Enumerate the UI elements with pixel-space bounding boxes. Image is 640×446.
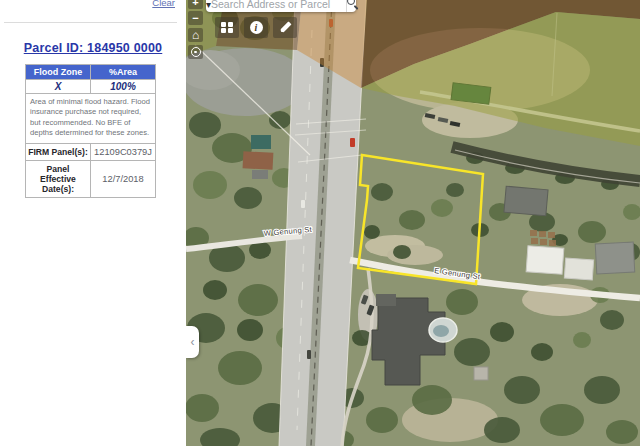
firm-panel-value: 12109C0379J [91,143,156,160]
aerial-imagery: W Genung St E Genung St [186,0,640,446]
map-canvas[interactable]: W Genung St E Genung St ▾ i [186,0,640,446]
panel-divider [4,22,177,23]
basemap-grid-icon [221,22,233,34]
locate-button[interactable] [188,45,203,59]
zone-value: X [26,80,91,94]
collapse-chevron-icon: ‹ [191,335,195,349]
zone-value-row: X 100% [26,80,156,94]
flood-zone-table: Flood Zone %Area X 100% Area of minimal … [25,64,156,198]
basemap-button[interactable] [215,17,239,38]
pencil-icon [279,21,291,33]
table-header-row: Flood Zone %Area [26,65,156,80]
firm-panel-label: FIRM Panel(s): [26,143,91,160]
firm-panel-row: FIRM Panel(s): 12109C0379J [26,143,156,160]
effective-date-row: Panel Effective Date(s): 12/7/2018 [26,160,156,197]
parcel-id-link[interactable]: Parcel ID: 184950 0000 [0,41,186,55]
locate-icon [191,47,201,57]
search-button[interactable] [346,0,359,12]
map-tool-buttons: i [215,17,297,38]
flood-zone-header: Flood Zone [26,65,91,80]
panel-collapse-tab[interactable]: ‹ [186,326,199,358]
effective-date-label: Panel Effective Date(s): [26,160,91,197]
zoom-out-button[interactable]: − [188,11,203,25]
zone-description-row: Area of minimal flood hazard. Flood insu… [26,94,156,144]
area-header: %Area [91,65,156,80]
search-input[interactable] [211,0,346,11]
search-bar: ▾ [206,0,356,12]
clear-link[interactable]: Clear [152,0,175,8]
zone-description: Area of minimal flood hazard. Flood insu… [26,94,156,144]
flood-info-panel: Clear Parcel ID: 184950 0000 Flood Zone … [0,0,186,446]
zoom-in-button[interactable]: + [188,0,203,9]
app-window: Clear Parcel ID: 184950 0000 Flood Zone … [0,0,640,446]
info-icon: i [250,21,263,34]
search-icon [347,0,359,9]
effective-date-value: 12/7/2018 [91,160,156,197]
info-button[interactable]: i [244,17,268,38]
area-value: 100% [91,80,156,94]
home-button[interactable]: ⌂ [188,28,203,42]
draw-button[interactable] [273,17,297,38]
